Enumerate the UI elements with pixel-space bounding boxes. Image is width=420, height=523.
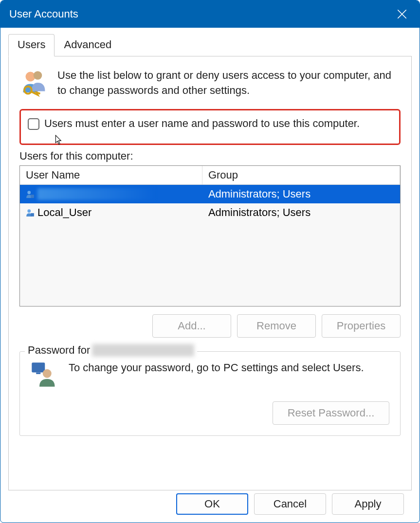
user-accounts-window: User Accounts Users Advanced <box>0 0 420 523</box>
require-password-checkbox[interactable] <box>28 118 39 130</box>
password-instruction-text: To change your password, go to PC settin… <box>69 361 389 374</box>
user-row[interactable]: Local_User Administrators; Users <box>20 203 400 222</box>
column-header-group[interactable]: Group <box>202 166 400 184</box>
tab-users-label: Users <box>18 38 45 51</box>
tab-advanced[interactable]: Advanced <box>55 34 121 56</box>
user-group-cell: Administrators; Users <box>202 186 400 202</box>
password-title-prefix: Password for <box>28 344 90 357</box>
user-monitor-icon <box>31 361 57 388</box>
properties-button[interactable]: Properties <box>322 314 401 338</box>
apply-button[interactable]: Apply <box>332 493 404 515</box>
ok-button[interactable]: OK <box>176 493 248 515</box>
svg-rect-7 <box>32 362 45 372</box>
tabstrip: Users Advanced <box>8 34 412 56</box>
user-action-buttons: Add... Remove Properties <box>19 314 401 338</box>
svg-point-5 <box>27 209 31 213</box>
user-name-redacted <box>37 188 154 200</box>
titlebar: User Accounts <box>0 0 420 28</box>
require-password-highlight: Users must enter a user name and passwor… <box>19 109 401 145</box>
password-title-username-redacted <box>92 344 194 357</box>
password-group-title: Password for <box>25 344 197 357</box>
user-icon <box>26 190 35 198</box>
tab-users[interactable]: Users <box>8 34 55 56</box>
user-group-cell: Administrators; Users <box>202 205 400 220</box>
password-groupbox: Password for To change your password, go… <box>19 351 401 436</box>
intro-row: Use the list below to grant or deny user… <box>19 68 401 98</box>
add-button[interactable]: Add... <box>152 314 231 338</box>
reset-password-button[interactable]: Reset Password... <box>273 401 389 425</box>
cancel-button[interactable]: Cancel <box>254 493 326 515</box>
remove-button[interactable]: Remove <box>237 314 316 338</box>
close-button[interactable] <box>390 0 414 28</box>
user-row[interactable]: Administrators; Users <box>20 185 400 203</box>
users-keys-icon <box>19 68 49 97</box>
client-area: Users Advanced Use the list <box>0 28 420 523</box>
close-icon <box>397 9 407 19</box>
tab-panel-users: Use the list below to grant or deny user… <box>8 56 412 490</box>
user-name-cell: Local_User <box>37 206 91 219</box>
svg-rect-4 <box>31 195 34 198</box>
svg-rect-8 <box>36 372 40 374</box>
users-list-label: Users for this computer: <box>19 150 401 162</box>
column-header-username[interactable]: User Name <box>20 166 202 184</box>
listview-header: User Name Group <box>20 166 400 185</box>
users-listview[interactable]: User Name Group Administrators; Users Lo… <box>19 165 401 307</box>
tab-advanced-label: Advanced <box>64 38 111 51</box>
require-password-label: Users must enter a user name and passwor… <box>44 117 360 130</box>
svg-point-3 <box>27 191 31 194</box>
window-title: User Accounts <box>9 8 390 20</box>
svg-rect-6 <box>31 213 34 216</box>
intro-text: Use the list below to grant or deny user… <box>57 68 401 98</box>
cursor-icon <box>55 135 64 145</box>
dialog-button-row: OK Cancel Apply <box>8 490 412 515</box>
svg-point-9 <box>43 369 52 378</box>
user-icon <box>26 208 35 217</box>
svg-point-1 <box>34 71 42 80</box>
